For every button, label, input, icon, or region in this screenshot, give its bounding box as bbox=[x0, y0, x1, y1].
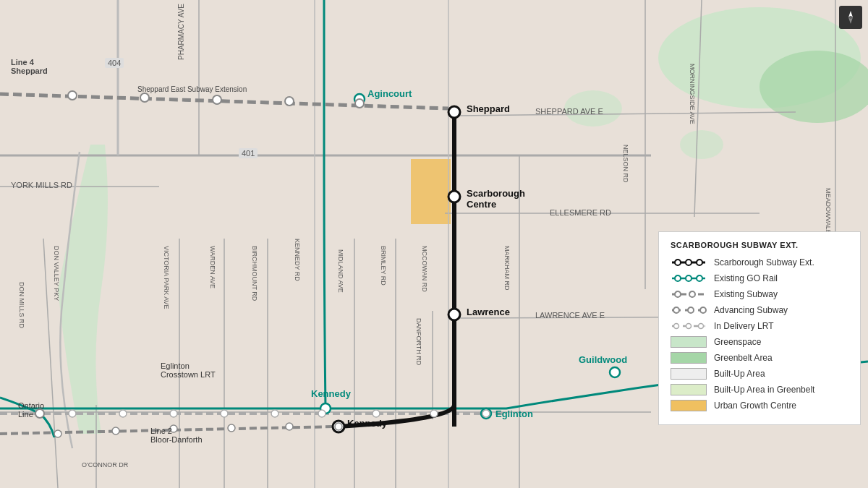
legend-item-go-rail: Existing GO Rail bbox=[671, 273, 848, 284]
svg-point-82 bbox=[686, 324, 692, 329]
svg-point-57 bbox=[112, 427, 119, 435]
mccowan-label: MCCOWAN RD bbox=[421, 246, 428, 292]
svg-point-46 bbox=[355, 99, 364, 108]
legend-swatch-urban-growth bbox=[671, 400, 707, 411]
warden-label: WARDEN AVE bbox=[209, 246, 216, 288]
svg-point-53 bbox=[373, 410, 380, 417]
birchmount-label: BIRCHMOUNT RD bbox=[251, 246, 258, 301]
svg-rect-5 bbox=[411, 159, 451, 224]
svg-point-40 bbox=[610, 367, 620, 377]
legend-label-scarborough-ext: Scarborough Subway Ext. bbox=[714, 257, 814, 267]
eglinton-crosstown-label: EglintonCrosstown LRT bbox=[161, 361, 216, 379]
svg-point-42 bbox=[68, 91, 77, 100]
line4-label: Line 4Sheppard bbox=[11, 58, 48, 75]
svg-point-47 bbox=[69, 410, 76, 417]
markham-label: MARKHAM RD bbox=[503, 246, 511, 291]
ontario-line-label: OntarioLine bbox=[18, 401, 44, 419]
svg-point-66 bbox=[675, 260, 681, 265]
svg-point-79 bbox=[700, 307, 706, 313]
svg-point-77 bbox=[673, 307, 679, 313]
svg-point-52 bbox=[318, 410, 326, 417]
legend-label-built-up: Built-Up Area bbox=[714, 369, 765, 379]
svg-point-71 bbox=[686, 275, 692, 281]
line2-label: Line 2Bloor-Danforth bbox=[150, 427, 203, 444]
svg-point-48 bbox=[119, 410, 127, 417]
svg-point-56 bbox=[54, 430, 61, 437]
svg-point-83 bbox=[699, 324, 704, 329]
don-mills-label: DON MILLS RD bbox=[18, 282, 25, 328]
svg-point-4 bbox=[680, 130, 723, 159]
legend-item-delivery-lrt: In Delivery LRT bbox=[671, 320, 848, 332]
legend-label-advancing-subway: Advancing Subway bbox=[714, 305, 788, 315]
road-label-pharmacy: PHARMACY AVE bbox=[177, 4, 185, 60]
kennedy-rd-label: KENNEDY RD bbox=[294, 239, 301, 281]
legend-item-built-up: Built-Up Area bbox=[671, 368, 848, 380]
highway-401-label: 401 bbox=[239, 148, 258, 158]
victoria-park-label: VICTORIA PARK AVE bbox=[163, 246, 170, 309]
svg-point-61 bbox=[335, 423, 342, 430]
legend-line-advancing bbox=[671, 304, 707, 316]
svg-point-74 bbox=[675, 291, 681, 297]
lawrence-label: Lawrence bbox=[467, 307, 510, 317]
legend-line-existing-subway bbox=[671, 288, 707, 300]
eglinton-label: Eglinton bbox=[495, 408, 533, 419]
lawrence-ave-label: LAWRENCE AVE E bbox=[535, 311, 605, 320]
kennedy-go-label: Kennedy bbox=[311, 388, 351, 399]
map-container: PHARMACY AVE 404 401 Line 4Sheppard Shep… bbox=[0, 0, 868, 488]
york-mills-label: YORK MILLS RD bbox=[11, 181, 72, 189]
danforth-label: DANFORTH RD bbox=[415, 318, 422, 365]
legend-item-scarborough-ext: Scarborough Subway Ext. bbox=[671, 257, 848, 268]
svg-point-50 bbox=[221, 410, 228, 417]
svg-point-64 bbox=[849, 16, 852, 19]
svg-point-59 bbox=[228, 424, 235, 432]
morningside-label: MORNINGSIDE AVE bbox=[689, 64, 696, 124]
ellesmere-label: ELLESMERE RD bbox=[550, 208, 611, 217]
highway-404-label: 404 bbox=[105, 58, 124, 68]
don-valley-pkwy-label: DON VALLEY PKY bbox=[53, 246, 60, 301]
svg-point-78 bbox=[688, 307, 694, 313]
legend-swatch-built-up-greenbelt bbox=[671, 384, 707, 395]
svg-point-67 bbox=[686, 260, 692, 265]
oconnor-label: O'CONNOR DR bbox=[82, 461, 128, 468]
kennedy-main-label: Kennedy bbox=[347, 418, 387, 429]
midland-label: MIDLAND AVE bbox=[337, 249, 344, 293]
legend-label-urban-growth: Urban Growth Centre bbox=[714, 401, 796, 411]
legend-label-greenspace: Greenspace bbox=[714, 337, 761, 347]
legend-label-greenbelt: Greenbelt Area bbox=[714, 353, 773, 363]
legend-line-go bbox=[671, 273, 707, 284]
legend-line-delivery-lrt bbox=[671, 320, 707, 332]
svg-point-45 bbox=[285, 97, 294, 106]
legend-item-advancing-subway: Advancing Subway bbox=[671, 304, 848, 316]
legend-panel: SCARBOROUGH SUBWAY EXT. Scarborough Subw… bbox=[658, 231, 861, 425]
scarborough-centre-label: ScarboroughCentre bbox=[467, 188, 525, 210]
svg-point-51 bbox=[271, 410, 278, 417]
svg-point-75 bbox=[689, 291, 695, 297]
legend-item-existing-subway: Existing Subway bbox=[671, 288, 848, 300]
legend-label-go-rail: Existing GO Rail bbox=[714, 273, 778, 283]
legend-swatch-greenspace bbox=[671, 336, 707, 348]
sheppard-station-label: Sheppard bbox=[467, 103, 510, 114]
svg-point-60 bbox=[286, 423, 293, 430]
svg-point-49 bbox=[170, 410, 177, 417]
legend-title: SCARBOROUGH SUBWAY EXT. bbox=[671, 241, 848, 249]
svg-point-43 bbox=[140, 93, 149, 102]
svg-point-35 bbox=[448, 309, 460, 320]
compass bbox=[839, 6, 862, 29]
svg-point-33 bbox=[448, 106, 460, 118]
svg-point-55 bbox=[482, 410, 490, 417]
brimley-label: BRIMLEY RD bbox=[380, 246, 387, 286]
svg-point-34 bbox=[448, 191, 460, 202]
svg-point-70 bbox=[675, 275, 681, 281]
agincourt-label: Agincourt bbox=[367, 88, 412, 99]
legend-item-built-up-greenbelt: Built-Up Area in Greenbelt bbox=[671, 384, 848, 395]
legend-item-greenbelt: Greenbelt Area bbox=[671, 352, 848, 364]
nelson-label: NELSON RD bbox=[622, 145, 629, 183]
legend-swatch-greenbelt bbox=[671, 352, 707, 364]
legend-swatch-built-up bbox=[671, 368, 707, 380]
guildwood-label: Guildwood bbox=[579, 354, 627, 365]
sheppard-ave-e-label: SHEPPARD AVE E bbox=[535, 107, 603, 116]
legend-label-existing-subway: Existing Subway bbox=[714, 289, 778, 299]
svg-point-68 bbox=[697, 260, 702, 265]
legend-label-built-up-greenbelt: Built-Up Area in Greenbelt bbox=[714, 385, 814, 395]
legend-line-scarborough bbox=[671, 257, 707, 268]
